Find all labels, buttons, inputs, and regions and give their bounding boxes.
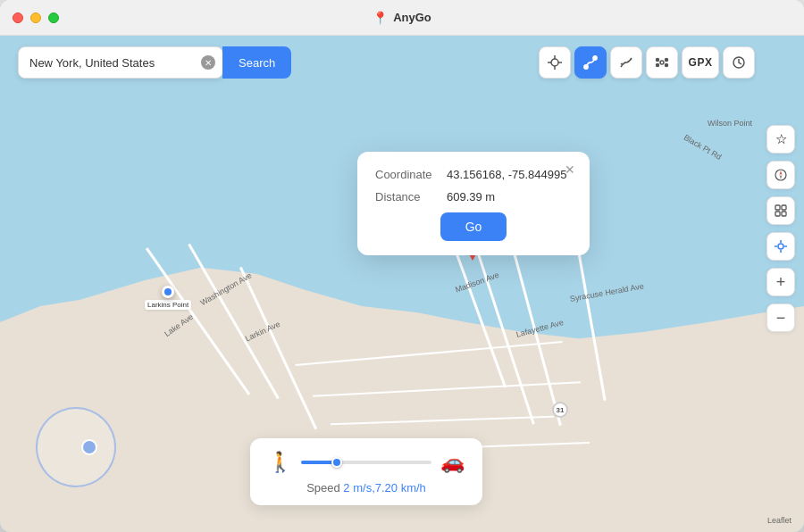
traffic-lights (13, 12, 59, 23)
svg-point-10 (666, 59, 668, 62)
svg-point-11 (657, 64, 659, 67)
minimize-button[interactable] (30, 12, 41, 23)
svg-point-9 (657, 59, 659, 62)
svg-marker-16 (780, 175, 783, 179)
distance-value: 609.39 m (447, 190, 495, 204)
coordinate-popup: ✕ Coordinate 43.156168, -75.844995 Dista… (357, 152, 590, 255)
larkins-label: Larkins Point (145, 300, 191, 310)
maximize-button[interactable] (48, 12, 59, 23)
search-bar: ✕ (18, 46, 223, 79)
crosshair-tool-button[interactable] (539, 46, 571, 79)
joystick[interactable] (36, 407, 116, 487)
layers-button[interactable] (766, 196, 795, 225)
right-sidebar: ☆ (766, 125, 795, 332)
wilson-point-label: Wilson Point (708, 119, 752, 128)
close-button[interactable] (13, 12, 23, 23)
search-input[interactable] (29, 56, 197, 70)
gpx-button[interactable]: GPX (682, 46, 719, 79)
compass-button[interactable] (766, 161, 795, 189)
search-area: ✕ Search (18, 46, 291, 79)
app-title: AnyGo (393, 11, 431, 24)
zoom-in-button[interactable]: + (766, 268, 795, 296)
multi-route-tool-button[interactable] (610, 46, 642, 79)
history-button[interactable] (723, 46, 755, 79)
title-area: 📍 AnyGo (373, 11, 431, 25)
favorites-button[interactable]: ☆ (766, 125, 795, 154)
titlebar: 📍 AnyGo (0, 0, 804, 36)
coordinate-label: Coordinate (375, 168, 447, 181)
road-lafayette (513, 253, 562, 426)
right-toolbar: GPX (539, 46, 755, 79)
gpx-label: GPX (689, 56, 713, 69)
car-icon: 🚗 (440, 451, 465, 474)
speed-slider-fill (301, 461, 334, 464)
go-button[interactable]: Go (440, 212, 507, 241)
zoom-out-button[interactable]: − (766, 303, 795, 332)
svg-point-7 (593, 56, 597, 60)
clear-button[interactable]: ✕ (201, 55, 215, 70)
svg-point-12 (666, 64, 668, 67)
joystick-handle (81, 439, 97, 455)
svg-point-21 (778, 244, 783, 249)
svg-rect-19 (775, 212, 780, 216)
road-syracuse (575, 242, 606, 401)
app-icon: 📍 (373, 11, 388, 25)
road-h1 (295, 341, 562, 366)
svg-marker-15 (780, 170, 783, 175)
svg-rect-17 (775, 205, 780, 210)
coordinate-value: 43.156168, -75.844995 (447, 168, 566, 181)
leaflet-credit: Leaflet (767, 516, 791, 525)
svg-point-8 (660, 61, 664, 64)
coordinate-row: Coordinate 43.156168, -75.844995 (375, 168, 572, 181)
svg-rect-20 (782, 212, 786, 216)
svg-point-1 (551, 59, 558, 66)
location-dot (162, 286, 174, 298)
app-window: 📍 AnyGo Washington Ave Larkin Ave Lake A… (0, 0, 804, 532)
road-h3 (331, 416, 554, 426)
road-h2 (313, 381, 581, 397)
speed-value: 2 m/s,7.20 km/h (343, 481, 425, 495)
popup-close-button[interactable]: ✕ (561, 161, 579, 179)
search-button[interactable]: Search (222, 46, 291, 79)
walk-icon: 🚶 (268, 451, 292, 474)
distance-row: Distance 609.39 m (375, 190, 572, 204)
move-tool-button[interactable] (646, 46, 678, 79)
speed-label: Speed (306, 481, 340, 495)
speed-slider-thumb (331, 457, 342, 468)
svg-rect-18 (782, 205, 786, 210)
route-circle-1: 31 (552, 402, 568, 418)
speed-text: Speed 2 m/s,7.20 km/h (268, 481, 465, 495)
route-tool-button[interactable] (574, 46, 607, 79)
svg-point-6 (584, 65, 588, 69)
speed-panel: 🚶 🚗 Speed 2 m/s,7.20 km/h (250, 438, 482, 505)
center-button[interactable] (766, 232, 795, 261)
distance-label: Distance (375, 190, 447, 204)
map-container[interactable]: Washington Ave Larkin Ave Lake Ave Madis… (0, 36, 804, 532)
speed-icons: 🚶 🚗 (268, 451, 465, 474)
larkins-point-marker: Larkins Point (145, 286, 191, 310)
speed-slider[interactable] (301, 461, 431, 464)
